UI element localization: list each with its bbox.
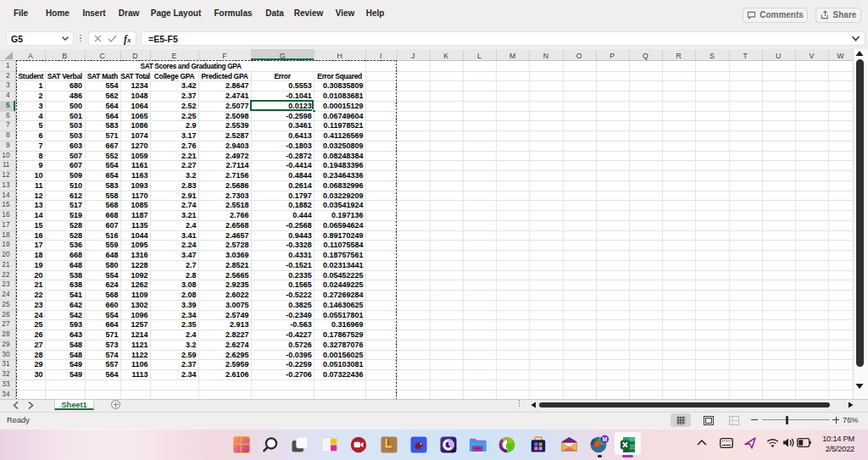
svg-text:M: M bbox=[602, 435, 606, 441]
